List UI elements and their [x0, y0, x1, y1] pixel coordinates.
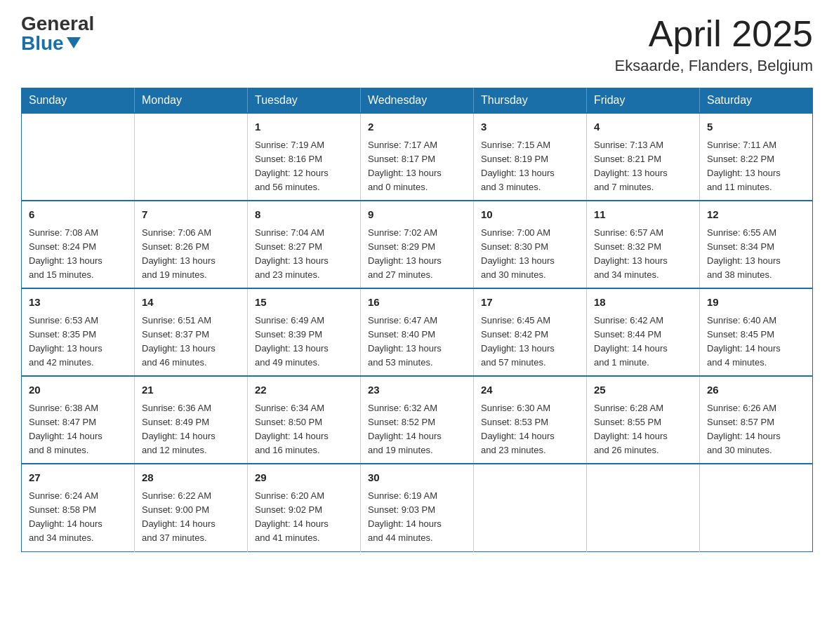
day-info: Sunrise: 7:00 AM Sunset: 8:30 PM Dayligh…	[481, 226, 579, 283]
day-info: Sunrise: 6:49 AM Sunset: 8:39 PM Dayligh…	[255, 314, 353, 370]
day-number: 20	[29, 382, 127, 398]
calendar-cell: 6Sunrise: 7:08 AM Sunset: 8:24 PM Daylig…	[22, 201, 135, 288]
calendar-cell	[135, 113, 248, 201]
day-info: Sunrise: 6:45 AM Sunset: 8:42 PM Dayligh…	[481, 314, 579, 370]
calendar-cell: 20Sunrise: 6:38 AM Sunset: 8:47 PM Dayli…	[22, 376, 135, 464]
day-number: 26	[707, 382, 805, 398]
day-info: Sunrise: 6:53 AM Sunset: 8:35 PM Dayligh…	[29, 314, 127, 370]
day-number: 4	[594, 119, 692, 135]
day-of-week-tuesday: Tuesday	[248, 88, 361, 114]
day-number: 7	[142, 207, 240, 223]
day-info: Sunrise: 7:02 AM Sunset: 8:29 PM Dayligh…	[368, 226, 466, 283]
calendar-cell: 2Sunrise: 7:17 AM Sunset: 8:17 PM Daylig…	[361, 113, 474, 201]
day-number: 22	[255, 382, 353, 398]
calendar-cell: 3Sunrise: 7:15 AM Sunset: 8:19 PM Daylig…	[474, 113, 587, 201]
day-info: Sunrise: 7:19 AM Sunset: 8:16 PM Dayligh…	[255, 138, 353, 195]
day-number: 19	[707, 295, 805, 311]
day-number: 3	[481, 119, 579, 135]
calendar-cell: 9Sunrise: 7:02 AM Sunset: 8:29 PM Daylig…	[361, 201, 474, 288]
calendar-cell: 29Sunrise: 6:20 AM Sunset: 9:02 PM Dayli…	[248, 464, 361, 551]
day-number: 11	[594, 207, 692, 223]
day-number: 8	[255, 207, 353, 223]
calendar-cell: 16Sunrise: 6:47 AM Sunset: 8:40 PM Dayli…	[361, 288, 474, 376]
day-info: Sunrise: 7:04 AM Sunset: 8:27 PM Dayligh…	[255, 226, 353, 283]
day-info: Sunrise: 7:08 AM Sunset: 8:24 PM Dayligh…	[29, 226, 127, 283]
calendar-cell: 7Sunrise: 7:06 AM Sunset: 8:26 PM Daylig…	[135, 201, 248, 288]
day-info: Sunrise: 6:22 AM Sunset: 9:00 PM Dayligh…	[142, 489, 240, 546]
page-header: General Blue April 2025 Eksaarde, Flande…	[21, 14, 813, 75]
calendar-cell: 13Sunrise: 6:53 AM Sunset: 8:35 PM Dayli…	[22, 288, 135, 376]
day-info: Sunrise: 7:15 AM Sunset: 8:19 PM Dayligh…	[481, 138, 579, 195]
day-info: Sunrise: 6:55 AM Sunset: 8:34 PM Dayligh…	[707, 226, 805, 283]
title-block: April 2025 Eksaarde, Flanders, Belgium	[615, 14, 813, 75]
day-info: Sunrise: 7:13 AM Sunset: 8:21 PM Dayligh…	[594, 138, 692, 195]
day-of-week-wednesday: Wednesday	[361, 88, 474, 114]
day-info: Sunrise: 7:11 AM Sunset: 8:22 PM Dayligh…	[707, 138, 805, 195]
calendar-cell	[700, 464, 813, 551]
day-number: 6	[29, 207, 127, 223]
calendar-cell	[474, 464, 587, 551]
calendar-week-row: 20Sunrise: 6:38 AM Sunset: 8:47 PM Dayli…	[22, 376, 813, 464]
day-info: Sunrise: 7:17 AM Sunset: 8:17 PM Dayligh…	[368, 138, 466, 195]
day-info: Sunrise: 6:26 AM Sunset: 8:57 PM Dayligh…	[707, 401, 805, 458]
day-info: Sunrise: 6:57 AM Sunset: 8:32 PM Dayligh…	[594, 226, 692, 283]
day-of-week-monday: Monday	[135, 88, 248, 114]
calendar-cell: 4Sunrise: 7:13 AM Sunset: 8:21 PM Daylig…	[587, 113, 700, 201]
calendar-cell: 8Sunrise: 7:04 AM Sunset: 8:27 PM Daylig…	[248, 201, 361, 288]
day-number: 30	[368, 470, 466, 486]
calendar-cell	[587, 464, 700, 551]
day-info: Sunrise: 6:19 AM Sunset: 9:03 PM Dayligh…	[368, 489, 466, 546]
day-number: 15	[255, 295, 353, 311]
calendar-cell: 24Sunrise: 6:30 AM Sunset: 8:53 PM Dayli…	[474, 376, 587, 464]
calendar-cell: 14Sunrise: 6:51 AM Sunset: 8:37 PM Dayli…	[135, 288, 248, 376]
day-number: 28	[142, 470, 240, 486]
calendar-cell: 12Sunrise: 6:55 AM Sunset: 8:34 PM Dayli…	[700, 201, 813, 288]
day-of-week-sunday: Sunday	[22, 88, 135, 114]
day-of-week-friday: Friday	[587, 88, 700, 114]
day-info: Sunrise: 7:06 AM Sunset: 8:26 PM Dayligh…	[142, 226, 240, 283]
day-info: Sunrise: 6:51 AM Sunset: 8:37 PM Dayligh…	[142, 314, 240, 370]
logo: General Blue	[21, 14, 94, 53]
day-info: Sunrise: 6:32 AM Sunset: 8:52 PM Dayligh…	[368, 401, 466, 458]
day-number: 1	[255, 119, 353, 135]
calendar-header-row: SundayMondayTuesdayWednesdayThursdayFrid…	[22, 88, 813, 114]
day-number: 14	[142, 295, 240, 311]
day-of-week-thursday: Thursday	[474, 88, 587, 114]
day-number: 21	[142, 382, 240, 398]
day-info: Sunrise: 6:24 AM Sunset: 8:58 PM Dayligh…	[29, 489, 127, 546]
day-number: 29	[255, 470, 353, 486]
logo-blue-text: Blue	[21, 34, 81, 53]
calendar-cell: 30Sunrise: 6:19 AM Sunset: 9:03 PM Dayli…	[361, 464, 474, 551]
day-info: Sunrise: 6:42 AM Sunset: 8:44 PM Dayligh…	[594, 314, 692, 370]
day-number: 17	[481, 295, 579, 311]
day-number: 18	[594, 295, 692, 311]
calendar-cell: 18Sunrise: 6:42 AM Sunset: 8:44 PM Dayli…	[587, 288, 700, 376]
day-number: 2	[368, 119, 466, 135]
calendar-cell: 26Sunrise: 6:26 AM Sunset: 8:57 PM Dayli…	[700, 376, 813, 464]
calendar-cell: 27Sunrise: 6:24 AM Sunset: 8:58 PM Dayli…	[22, 464, 135, 551]
calendar-cell: 15Sunrise: 6:49 AM Sunset: 8:39 PM Dayli…	[248, 288, 361, 376]
calendar-cell: 28Sunrise: 6:22 AM Sunset: 9:00 PM Dayli…	[135, 464, 248, 551]
day-of-week-saturday: Saturday	[700, 88, 813, 114]
location-subtitle: Eksaarde, Flanders, Belgium	[615, 57, 813, 75]
day-info: Sunrise: 6:34 AM Sunset: 8:50 PM Dayligh…	[255, 401, 353, 458]
day-info: Sunrise: 6:28 AM Sunset: 8:55 PM Dayligh…	[594, 401, 692, 458]
day-number: 12	[707, 207, 805, 223]
day-number: 10	[481, 207, 579, 223]
calendar-cell: 17Sunrise: 6:45 AM Sunset: 8:42 PM Dayli…	[474, 288, 587, 376]
day-number: 23	[368, 382, 466, 398]
calendar-cell: 25Sunrise: 6:28 AM Sunset: 8:55 PM Dayli…	[587, 376, 700, 464]
day-info: Sunrise: 6:30 AM Sunset: 8:53 PM Dayligh…	[481, 401, 579, 458]
calendar-cell: 1Sunrise: 7:19 AM Sunset: 8:16 PM Daylig…	[248, 113, 361, 201]
day-number: 5	[707, 119, 805, 135]
logo-general-text: General	[21, 14, 94, 34]
day-number: 25	[594, 382, 692, 398]
logo-triangle-icon	[67, 37, 81, 48]
calendar-table: SundayMondayTuesdayWednesdayThursdayFrid…	[21, 88, 813, 551]
page-title: April 2025	[615, 14, 813, 54]
calendar-week-row: 1Sunrise: 7:19 AM Sunset: 8:16 PM Daylig…	[22, 113, 813, 201]
day-number: 13	[29, 295, 127, 311]
calendar-cell: 11Sunrise: 6:57 AM Sunset: 8:32 PM Dayli…	[587, 201, 700, 288]
calendar-week-row: 6Sunrise: 7:08 AM Sunset: 8:24 PM Daylig…	[22, 201, 813, 288]
day-info: Sunrise: 6:38 AM Sunset: 8:47 PM Dayligh…	[29, 401, 127, 458]
